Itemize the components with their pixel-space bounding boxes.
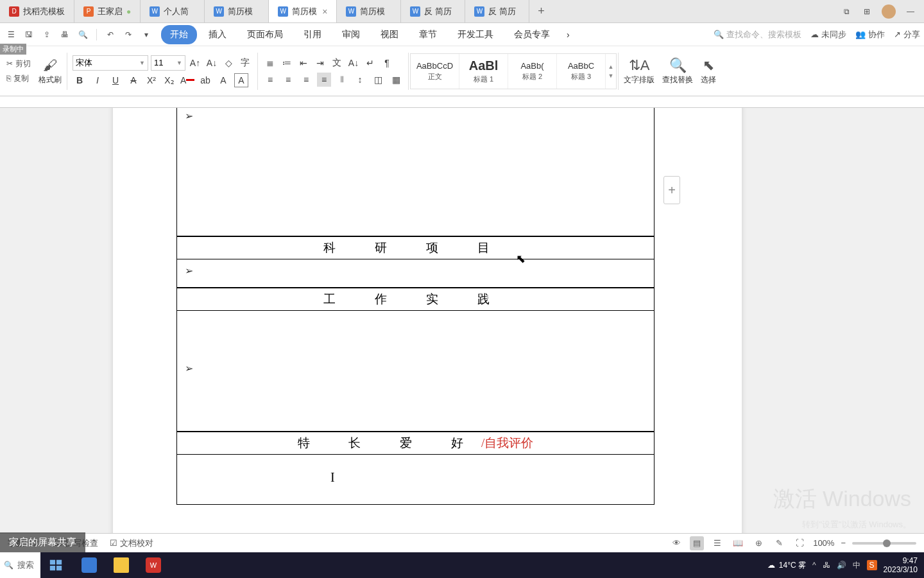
window-layout-icon[interactable]: ⧉ <box>841 6 852 17</box>
menu-icon[interactable]: ☰ <box>4 28 18 42</box>
style-normal[interactable]: AaBbCcD 正文 <box>411 54 459 89</box>
table-header-work[interactable]: 工 作 实 践 <box>176 288 654 311</box>
shrink-font-button[interactable]: A↓ <box>205 56 219 70</box>
line-spacing-button[interactable]: ↕ <box>353 73 367 87</box>
find-replace-button[interactable]: 🔍 查找替换 <box>658 55 697 87</box>
align-left-button[interactable]: ≡ <box>263 73 277 87</box>
tab-start[interactable]: 开始 <box>161 25 197 44</box>
table-section-content[interactable]: ➢ <box>176 311 654 432</box>
tab-chapter[interactable]: 章节 <box>410 25 446 44</box>
line-break-button[interactable]: ↵ <box>363 56 377 70</box>
tab-doc-active[interactable]: W 简历模 × <box>269 0 337 22</box>
page-view-button[interactable]: ▤ <box>690 536 704 550</box>
redo-icon[interactable]: ↷ <box>121 28 135 42</box>
tab-review[interactable]: 审阅 <box>333 25 369 44</box>
tray-network-icon[interactable]: 🖧 <box>823 561 830 570</box>
underline-button[interactable]: U <box>108 73 123 87</box>
style-heading3[interactable]: AaBbC 标题 3 <box>557 54 606 89</box>
text-layout-button[interactable]: ⇅A 文字排版 <box>620 55 658 87</box>
start-button[interactable] <box>40 552 71 578</box>
align-center-button[interactable]: ≡ <box>281 73 295 87</box>
tab-doc-7[interactable]: W 反 简历 <box>465 0 529 22</box>
tray-ime-icon[interactable]: S <box>867 560 877 570</box>
save-icon[interactable]: 🖫 <box>22 28 36 42</box>
tab-developer[interactable]: 开发工具 <box>449 25 502 44</box>
table-section-content[interactable]: ➢ <box>176 259 654 288</box>
char-border-button[interactable]: A <box>234 73 248 87</box>
resume-table[interactable]: ➢ 科 研 项 目 ➢ 工 作 实 践 ➢ 特 长 爱 好/自我评价 <box>176 108 654 505</box>
outdent-button[interactable]: ⇤ <box>296 56 311 70</box>
outline-view-button[interactable]: ☰ <box>710 536 724 550</box>
clear-format-button[interactable]: ◇ <box>221 56 235 70</box>
new-tab-button[interactable]: + <box>529 4 552 18</box>
shading-button[interactable]: ◫ <box>371 73 385 87</box>
minimize-icon[interactable]: — <box>905 6 916 17</box>
tab-doc-6[interactable]: W 反 简历 <box>401 0 465 22</box>
undo-icon[interactable]: ↶ <box>103 28 117 42</box>
command-search[interactable]: 🔍 查找命令、搜索模板 <box>714 29 801 40</box>
tab-member[interactable]: 会员专享 <box>505 25 559 44</box>
sort-button[interactable]: A↓ <box>346 56 361 70</box>
zoom-thumb[interactable] <box>883 539 891 547</box>
avatar[interactable] <box>882 4 896 19</box>
tray-chevron-icon[interactable]: ^ <box>812 561 816 570</box>
eye-icon[interactable]: 👁 <box>669 536 683 550</box>
phonetic-button[interactable]: 字 <box>238 56 252 70</box>
grow-font-button[interactable]: A↑ <box>188 56 202 70</box>
cut-button[interactable]: ✂剪切 <box>6 58 31 69</box>
collab-button[interactable]: 👥 协作 <box>855 29 885 40</box>
bullets-button[interactable]: ≣ <box>263 56 277 70</box>
align-justify-button[interactable]: ≡ <box>317 73 331 87</box>
font-size-select[interactable]: 11▼ <box>151 55 185 71</box>
tab-doc-1[interactable]: P 王家启 ● <box>74 0 141 22</box>
preview-icon[interactable]: 🔍 <box>76 28 90 42</box>
ruler[interactable] <box>0 96 924 108</box>
read-view-button[interactable]: 📖 <box>731 536 745 550</box>
numbering-button[interactable]: ≔ <box>280 56 294 70</box>
task-wps[interactable]: W <box>138 552 169 578</box>
highlight-button[interactable]: ab <box>198 73 212 87</box>
select-button[interactable]: ⬉ 选择 <box>697 55 720 87</box>
grid-icon[interactable]: ⊞ <box>861 6 873 17</box>
format-painter-button[interactable]: 🖌 格式刷 <box>35 55 65 87</box>
tab-doc-5[interactable]: W 简历模 <box>337 0 401 22</box>
table-header-hobby[interactable]: 特 长 爱 好/自我评价 <box>176 432 654 455</box>
task-app-1[interactable] <box>74 552 105 578</box>
close-icon[interactable]: × <box>322 6 327 17</box>
document-viewport[interactable]: ➢ 科 研 项 目 ➢ 工 作 实 践 ➢ 特 长 爱 好/自我评价 + ⬉ I <box>0 108 924 552</box>
borders-button[interactable]: ▦ <box>389 73 403 87</box>
table-header-research[interactable]: 科 研 项 目 <box>176 236 654 259</box>
tab-page-layout[interactable]: 页面布局 <box>238 25 292 44</box>
tab-view[interactable]: 视图 <box>372 25 407 44</box>
zoom-value[interactable]: 100% <box>813 538 834 548</box>
doc-proof-button[interactable]: ☑文档校对 <box>110 538 153 549</box>
table-section-content[interactable]: ➢ <box>176 108 654 236</box>
tray-volume-icon[interactable]: 🔊 <box>837 561 846 570</box>
fit-page-button[interactable]: ⛶ <box>792 536 807 550</box>
table-section-content[interactable] <box>176 455 654 505</box>
font-color-button[interactable]: A <box>180 73 194 87</box>
asian-layout-button[interactable]: 文 <box>330 56 344 70</box>
subscript-button[interactable]: X₂ <box>162 73 176 87</box>
show-marks-button[interactable]: ¶ <box>380 56 394 70</box>
annotate-button[interactable]: ✎ <box>772 536 786 550</box>
add-section-button[interactable]: + <box>663 176 680 204</box>
indent-button[interactable]: ⇥ <box>313 56 327 70</box>
print-icon[interactable]: 🖶 <box>58 28 72 42</box>
bold-button[interactable]: B <box>73 73 87 87</box>
tab-doc-3[interactable]: W 简历模 <box>205 0 269 22</box>
style-heading2[interactable]: AaBb( 标题 2 <box>508 54 557 89</box>
tab-insert[interactable]: 插入 <box>200 25 235 44</box>
align-right-button[interactable]: ≡ <box>299 73 313 87</box>
font-name-select[interactable]: 宋体▼ <box>73 55 148 71</box>
export-icon[interactable]: ⇪ <box>40 28 54 42</box>
web-view-button[interactable]: ⊕ <box>751 536 766 550</box>
task-file-explorer[interactable] <box>106 552 137 578</box>
sync-button[interactable]: ☁ 未同步 <box>810 29 846 40</box>
ime-indicator[interactable]: 中 <box>853 560 860 571</box>
tab-references[interactable]: 引用 <box>295 25 330 44</box>
weather-widget[interactable]: ☁ 14°C 雾 <box>767 560 806 571</box>
tab-more-icon[interactable]: › <box>561 26 575 44</box>
gallery-down-icon[interactable]: ▼ <box>608 73 614 79</box>
tab-doc-2[interactable]: W 个人简 <box>141 0 205 22</box>
